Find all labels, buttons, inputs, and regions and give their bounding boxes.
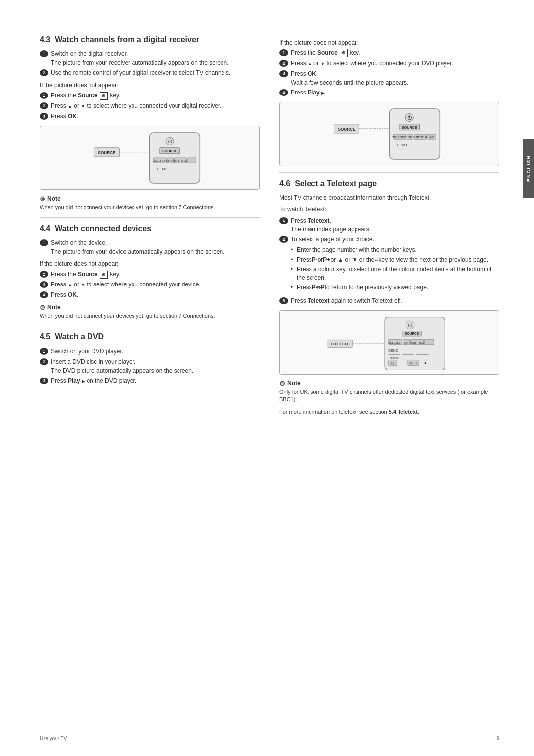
- svg-text:SUBTITLE: SUBTITLE: [173, 159, 187, 162]
- section-4-6-steps: 1 Press Teletext.The main index page app…: [279, 217, 499, 305]
- svg-text:OK: OK: [408, 135, 412, 139]
- step-item: 3 Press or to select where you connected…: [40, 281, 260, 289]
- teletext-intro-2: To watch Teletext:: [279, 205, 499, 214]
- step-item: 3 Press OK.Wait a few seconds until the …: [279, 70, 499, 87]
- section-4-4-note: ⊜ Note When you did not connect your dev…: [40, 303, 260, 320]
- right-column: If the picture does not appear: 1 Press …: [279, 35, 499, 419]
- side-tab: ENGLISH: [523, 139, 534, 198]
- source-icon-3: ⊕: [340, 49, 348, 57]
- section-4-6-note: ⊜ Note Only for UK: some digital TV chan…: [279, 379, 499, 404]
- note-icon-3: ⊜: [279, 379, 285, 387]
- section-4-6-title: 4.6 Select a Teletext page: [279, 179, 499, 189]
- bullet-item: Press P⇔P to return to the previously vi…: [291, 284, 499, 292]
- svg-text:DEMO: DEMO: [388, 348, 398, 352]
- step-item: 1 Press the Source ⊕ key.: [40, 92, 260, 100]
- step-item: 2 To select a page of your choice: Enter…: [279, 236, 499, 295]
- svg-text:SOURCE: SOURCE: [162, 149, 178, 153]
- section-4-6: 4.6 Select a Teletext page Most TV chann…: [279, 179, 499, 416]
- step-item: 2 Press the Source ⊕ key.: [40, 270, 260, 279]
- bullet-item: Press P- or P+ or ▲ or ▼ or the key to v…: [291, 256, 499, 264]
- side-tab-label: ENGLISH: [526, 155, 531, 182]
- svg-rect-53: [424, 339, 434, 344]
- svg-text:SOURCE: SOURCE: [405, 332, 419, 335]
- step-item: 4 Press OK.: [40, 291, 260, 299]
- step-item: 4 Press Play .: [279, 89, 499, 97]
- section-4-5-continued: If the picture does not appear: 1 Press …: [279, 39, 499, 166]
- section-4-4-main-steps: 1 Switch on the device.The picture from …: [40, 239, 260, 256]
- step-item: 1 Press Teletext.The main index page app…: [279, 217, 499, 234]
- divider-3: [279, 172, 499, 173]
- svg-text:SUBTITLE: SUBTITLE: [410, 341, 424, 344]
- step-item: 3 Press OK.: [40, 112, 260, 121]
- svg-text:⏻: ⏻: [408, 323, 413, 328]
- svg-text:OK: OK: [404, 341, 408, 344]
- svg-text:TELETEXT: TELETEXT: [331, 342, 349, 345]
- section-4-5-sub-steps: 1 Press the Source ⊕ key. 2 Press or to …: [279, 49, 499, 97]
- step-item: 1 Press the Source ⊕ key.: [279, 49, 499, 57]
- teletext-intro-1: Most TV channels broadcast information t…: [279, 194, 499, 202]
- step-item: 3 Press Play on the DVD player.: [40, 377, 260, 385]
- step-item: 1 Switch on the device.The picture from …: [40, 239, 260, 256]
- section-4-3-title: 4.3 Watch channels from a digital receiv…: [40, 35, 260, 45]
- tv-diagram-2: SOURCE ⏻ SOURCE TELETEXT: [279, 102, 499, 166]
- section-4-3-main-steps: 1 Switch on the digital receiver.The pic…: [40, 50, 260, 77]
- tv-diagram-3: TELETEXT ⏻ SOURCE TELETEXT: [279, 310, 499, 375]
- section-num: 4.4: [40, 224, 50, 233]
- svg-text:⏻: ⏻: [407, 116, 412, 121]
- if-not-appear-1: If the picture does not appear:: [40, 81, 260, 90]
- svg-text:SOURCE: SOURCE: [338, 127, 356, 132]
- diagram-svg-2: SOURCE ⏻ SOURCE TELETEXT: [284, 106, 495, 162]
- source-icon: ⊕: [100, 92, 108, 100]
- step-item: 1 Switch on the digital receiver.The pic…: [40, 50, 260, 67]
- step-item: 2 Press or to select where you connected…: [40, 102, 260, 110]
- svg-rect-14: [188, 158, 196, 163]
- page: ENGLISH 4.3 Watch channels from a digita…: [0, 0, 534, 756]
- section-4-5: 4.5 Watch a DVD 1 Switch on your DVD pla…: [40, 332, 260, 385]
- svg-text:⊕⊕: ⊕⊕: [429, 135, 434, 139]
- svg-text:SOURCE: SOURCE: [98, 151, 116, 155]
- teletext-more-info: For more information on teletext, see se…: [279, 408, 499, 416]
- note-icon: ⊜: [40, 195, 45, 203]
- bullet-item: Enter the page number with the number ke…: [291, 246, 499, 254]
- svg-text:TELETEXT: TELETEXT: [388, 341, 402, 344]
- svg-text:OK: OK: [168, 159, 173, 162]
- teletext-bullet-list: Enter the page number with the number ke…: [291, 246, 499, 292]
- diagram-svg-3: TELETEXT ⏻ SOURCE TELETEXT: [284, 315, 495, 370]
- step-item: 1 Switch on your DVD player.: [40, 347, 260, 356]
- svg-text:DEMO: DEMO: [157, 167, 168, 171]
- svg-text:SOURCE: SOURCE: [402, 126, 417, 130]
- step-item: 3 Press Teletext again to switch Teletex…: [279, 297, 499, 305]
- step-item: 2 Insert a DVD disc in your player.The D…: [40, 358, 260, 375]
- if-not-appear-2: If the picture does not appear:: [40, 260, 260, 268]
- svg-text:SUBTITLE: SUBTITLE: [413, 135, 427, 139]
- svg-text:INFO: INFO: [409, 361, 417, 365]
- footer: Use your TV 9: [40, 736, 499, 741]
- left-column: 4.3 Watch channels from a digital receiv…: [40, 35, 260, 419]
- section-num: 4.3: [40, 35, 50, 44]
- section-4-4: 4.4 Watch connected devices 1 Switch on …: [40, 224, 260, 320]
- footer-left: Use your TV: [40, 736, 67, 741]
- note-icon-2: ⊜: [40, 303, 45, 311]
- svg-text:DEMO: DEMO: [397, 144, 407, 148]
- footer-right: 9: [496, 736, 499, 741]
- divider-2: [40, 326, 260, 326]
- svg-text:TELETEXT: TELETEXT: [152, 159, 167, 162]
- svg-text:GUIDE: GUIDE: [390, 356, 399, 359]
- svg-text:TELETEXT: TELETEXT: [392, 135, 407, 139]
- section-4-5-title: 4.5 Watch a DVD: [40, 332, 260, 342]
- step-item: 2 Use the remote control of your digital…: [40, 69, 260, 77]
- tv-diagram-1: SOURCE ⏻ SOURCE TELETEXT: [40, 126, 260, 190]
- source-icon-2: ⊕: [100, 271, 108, 279]
- svg-text:▲: ▲: [423, 360, 427, 365]
- section-4-3: 4.3 Watch channels from a digital receiv…: [40, 35, 260, 211]
- svg-text:⊡: ⊡: [391, 361, 394, 365]
- bullet-item: Press a colour key to select one of the …: [291, 265, 499, 282]
- divider-1: [40, 217, 260, 218]
- svg-text:⏻: ⏻: [168, 139, 173, 144]
- section-4-5-main-steps: 1 Switch on your DVD player. 2 Insert a …: [40, 347, 260, 385]
- diagram-svg-1: SOURCE ⏻ SOURCE TELETEXT: [44, 130, 255, 186]
- section-4-4-sub-steps: 2 Press the Source ⊕ key. 3 Press or to …: [40, 270, 260, 299]
- section-4-3-note: ⊜ Note When you did not connect your dev…: [40, 195, 260, 211]
- if-not-appear-dvd: If the picture does not appear:: [279, 39, 499, 47]
- step-item: 2 Press or to select where you connected…: [279, 59, 499, 68]
